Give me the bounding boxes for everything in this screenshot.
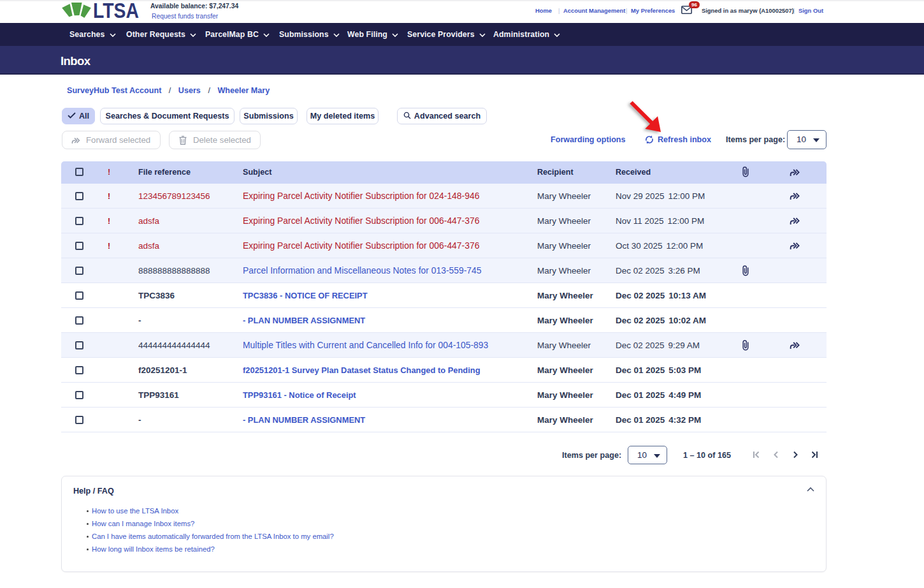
svg-text:LTSA: LTSA bbox=[93, 0, 139, 20]
